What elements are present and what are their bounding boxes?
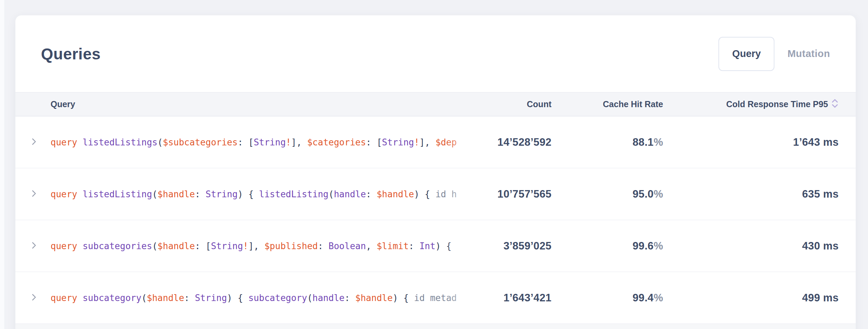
count-value: 1’643’421: [503, 292, 551, 304]
percent-sign: %: [654, 292, 663, 304]
column-header-cold-response-time: Cold Response Time P95: [680, 98, 856, 111]
chevron-right-icon[interactable]: [29, 241, 39, 252]
cold-response-time-cell: 430 ms: [680, 240, 856, 252]
cold-value: 430 ms: [802, 240, 839, 252]
cache-value: 99.6: [633, 240, 654, 252]
panel-header: Queries Query Mutation: [15, 15, 856, 92]
table-row[interactable]: query subcategories($handle: [String!], …: [15, 220, 856, 272]
query-code: query subcategories($handle: [String!], …: [51, 239, 483, 253]
chevron-right-icon[interactable]: [29, 292, 39, 303]
row-expand-cell: [15, 189, 51, 200]
cache-hit-rate-cell: 95.0%: [569, 188, 680, 200]
cache-hit-rate-cell: 88.1%: [569, 136, 680, 148]
count-value: 14’528’592: [498, 136, 551, 148]
column-header-query: Query: [51, 99, 483, 109]
count-cell: 14’528’592: [483, 136, 569, 148]
cache-hit-rate-cell: 99.6%: [569, 240, 680, 252]
table-footer-strip: [15, 324, 856, 329]
table-row[interactable]: query listedListings($subcategories: [St…: [15, 116, 856, 168]
row-expand-cell: [15, 241, 51, 252]
row-expand-cell: [15, 292, 51, 303]
count-cell: 3’859’025: [483, 240, 569, 252]
cold-response-time-cell: 1’643 ms: [680, 136, 856, 148]
sort-icon: [831, 98, 839, 111]
percent-sign: %: [654, 136, 663, 148]
count-value: 10’757’565: [498, 188, 551, 200]
cache-value: 88.1: [633, 136, 654, 148]
query-code: query subcategory($handle: String) { sub…: [51, 291, 483, 305]
cold-value: 635 ms: [802, 188, 839, 200]
queries-panel: Queries Query Mutation Query Count Cache…: [15, 15, 856, 329]
toggle-query-label: Query: [732, 48, 761, 59]
page-left-edge: [0, 0, 5, 329]
cache-hit-rate-cell: 99.4%: [569, 292, 680, 304]
percent-sign: %: [654, 240, 663, 252]
query-mutation-toggle: Query Mutation: [718, 37, 830, 71]
cold-value: 1’643 ms: [793, 136, 839, 148]
cold-response-time-cell: 499 ms: [680, 292, 856, 304]
count-cell: 10’757’565: [483, 188, 569, 200]
cold-response-time-cell: 635 ms: [680, 188, 856, 200]
cache-value: 95.0: [633, 188, 654, 200]
query-code: query listedListings($subcategories: [St…: [51, 135, 483, 149]
table-row[interactable]: query listedListing($handle: String) { l…: [15, 168, 856, 220]
chevron-right-icon[interactable]: [29, 137, 39, 148]
count-value: 3’859’025: [503, 240, 551, 252]
row-expand-cell: [15, 137, 51, 148]
page-title: Queries: [41, 45, 101, 63]
table-row[interactable]: query subcategory($handle: String) { sub…: [15, 272, 856, 324]
toggle-query-button[interactable]: Query: [718, 37, 774, 71]
cache-value: 99.4: [633, 292, 654, 304]
count-cell: 1’643’421: [483, 292, 569, 304]
chevron-right-icon[interactable]: [29, 189, 39, 200]
query-code: query listedListing($handle: String) { l…: [51, 187, 483, 201]
table-body: query listedListings($subcategories: [St…: [15, 116, 856, 324]
toggle-mutation-button[interactable]: Mutation: [787, 48, 830, 59]
column-header-cold-response-time-label: Cold Response Time P95: [726, 99, 828, 109]
column-header-count: Count: [483, 99, 569, 109]
table-header: Query Count Cache Hit Rate Cold Response…: [15, 92, 856, 116]
cold-value: 499 ms: [802, 292, 839, 304]
percent-sign: %: [654, 188, 663, 200]
sort-cold-response-time[interactable]: Cold Response Time P95: [726, 98, 839, 111]
toggle-mutation-label: Mutation: [787, 48, 830, 59]
column-header-cache-hit-rate: Cache Hit Rate: [569, 99, 680, 109]
